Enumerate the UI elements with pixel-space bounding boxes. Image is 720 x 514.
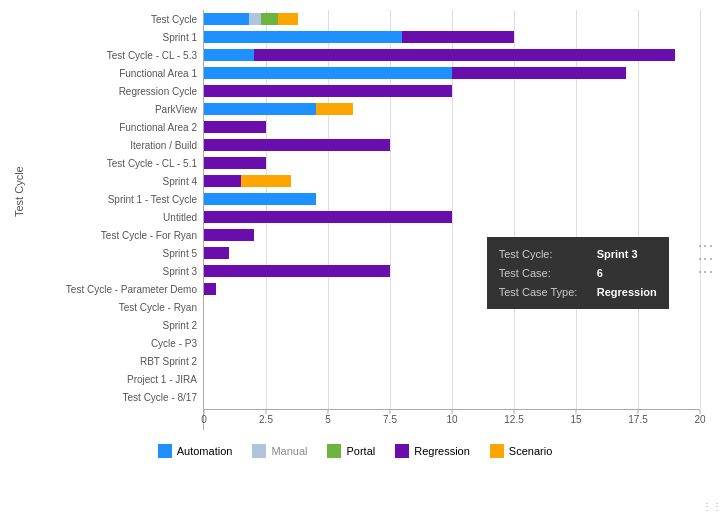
- x-tick-label: 0: [201, 414, 207, 425]
- y-label: Sprint 1 - Test Cycle: [28, 190, 203, 208]
- scroll-hint: ⋮⋮⋮: [696, 238, 715, 277]
- y-label: Test Cycle - Ryan: [28, 298, 203, 316]
- bar-segment-regression: [204, 211, 452, 224]
- y-labels: Test CycleSprint 1Test Cycle - CL - 5.3F…: [28, 10, 203, 410]
- bars-plot: Test Cycle:Sprint 3Test Case:6Test Case …: [203, 10, 700, 410]
- x-tick-label: 15: [570, 414, 581, 425]
- legend-swatch-automation: [158, 444, 172, 458]
- bar-row: [204, 46, 700, 64]
- bar-row: [204, 298, 700, 316]
- bar-row: [204, 82, 700, 100]
- bar-row: [204, 280, 700, 298]
- bar-row: [204, 64, 700, 82]
- bar-segment-regression: [204, 139, 390, 152]
- legend-swatch-portal: [327, 444, 341, 458]
- bar-row: [204, 316, 700, 334]
- legend-item-portal: Portal: [327, 444, 375, 458]
- y-label: Functional Area 1: [28, 64, 203, 82]
- y-label: Sprint 5: [28, 244, 203, 262]
- bar-segment-regression: [452, 67, 626, 80]
- x-tick-label: 7.5: [383, 414, 397, 425]
- bar-segment-regression: [204, 121, 266, 134]
- bar-row: [204, 100, 700, 118]
- x-tick-label: 12.5: [504, 414, 523, 425]
- y-label: Test Cycle: [28, 10, 203, 28]
- bar-row: [204, 136, 700, 154]
- legend-swatch-regression: [395, 444, 409, 458]
- bar-row: [204, 172, 700, 190]
- bar-row: [204, 226, 700, 244]
- bar-row: [204, 262, 700, 280]
- x-axis-ticks: 02.557.51012.51517.520: [203, 410, 700, 430]
- bar-row: [204, 370, 700, 388]
- bar-row: [204, 118, 700, 136]
- y-label: Cycle - P3: [28, 334, 203, 352]
- y-label: Untitled: [28, 208, 203, 226]
- legend-label-scenario: Scenario: [509, 445, 552, 457]
- bar-row: [204, 208, 700, 226]
- y-label: Sprint 3: [28, 262, 203, 280]
- bar-segment-automation: [204, 31, 402, 44]
- x-tick-label: 10: [446, 414, 457, 425]
- y-label: Sprint 4: [28, 172, 203, 190]
- bar-segment-scenario: [316, 103, 353, 116]
- bar-row: [204, 334, 700, 352]
- legend-label-manual: Manual: [271, 445, 307, 457]
- chart-area: Test CycleSprint 1Test Cycle - CL - 5.3F…: [28, 10, 700, 434]
- bar-segment-scenario: [241, 175, 291, 188]
- y-label: Test Cycle - 8/17: [28, 388, 203, 406]
- legend-item-manual: Manual: [252, 444, 307, 458]
- bar-row: [204, 10, 700, 28]
- bar-segment-manual: [249, 13, 261, 26]
- bar-segment-automation: [204, 49, 254, 62]
- bar-segment-regression: [254, 49, 676, 62]
- bar-segment-regression: [402, 31, 514, 44]
- bar-segment-automation: [204, 13, 249, 26]
- x-tick-label: 2.5: [259, 414, 273, 425]
- y-label: Iteration / Build: [28, 136, 203, 154]
- legend-item-automation: Automation: [158, 444, 233, 458]
- y-label: Project 1 - JIRA: [28, 370, 203, 388]
- bar-segment-regression: [204, 85, 452, 98]
- bar-segment-regression: [204, 283, 216, 296]
- bar-segment-regression: [204, 247, 229, 260]
- bar-row: [204, 352, 700, 370]
- bar-segment-regression: [204, 265, 390, 278]
- y-label: Regression Cycle: [28, 82, 203, 100]
- x-tick-label: 17.5: [628, 414, 647, 425]
- legend-label-regression: Regression: [414, 445, 470, 457]
- bar-row: [204, 190, 700, 208]
- legend-swatch-manual: [252, 444, 266, 458]
- bar-segment-regression: [204, 175, 241, 188]
- bar-row: [204, 28, 700, 46]
- bar-row: [204, 388, 700, 406]
- y-label: Test Cycle - For Ryan: [28, 226, 203, 244]
- bar-row: [204, 154, 700, 172]
- y-label: Test Cycle - Parameter Demo: [28, 280, 203, 298]
- legend-label-portal: Portal: [346, 445, 375, 457]
- y-axis-label: Test Cycle: [10, 0, 28, 434]
- bar-segment-scenario: [278, 13, 298, 26]
- legend-label-automation: Automation: [177, 445, 233, 457]
- x-tick-label: 5: [325, 414, 331, 425]
- resize-handle[interactable]: ⋮⋮: [706, 500, 718, 512]
- bar-row: [204, 244, 700, 262]
- y-label: Sprint 1: [28, 28, 203, 46]
- chart-container: Test Cycle Test CycleSprint 1Test Cycle …: [0, 0, 720, 514]
- grid-line: [700, 10, 701, 409]
- bar-segment-portal: [261, 13, 278, 26]
- y-label: Test Cycle - CL - 5.1: [28, 154, 203, 172]
- y-label: Sprint 2: [28, 316, 203, 334]
- legend-swatch-scenario: [490, 444, 504, 458]
- bar-segment-automation: [204, 193, 316, 206]
- x-tick-label: 20: [694, 414, 705, 425]
- bar-segment-automation: [204, 103, 316, 116]
- bar-segment-regression: [204, 229, 254, 242]
- legend-item-scenario: Scenario: [490, 444, 552, 458]
- y-label: ParkView: [28, 100, 203, 118]
- legend-item-regression: Regression: [395, 444, 470, 458]
- legend: AutomationManualPortalRegressionScenario: [10, 444, 700, 458]
- y-label: Functional Area 2: [28, 118, 203, 136]
- bar-segment-automation: [204, 67, 452, 80]
- bar-segment-regression: [204, 157, 266, 170]
